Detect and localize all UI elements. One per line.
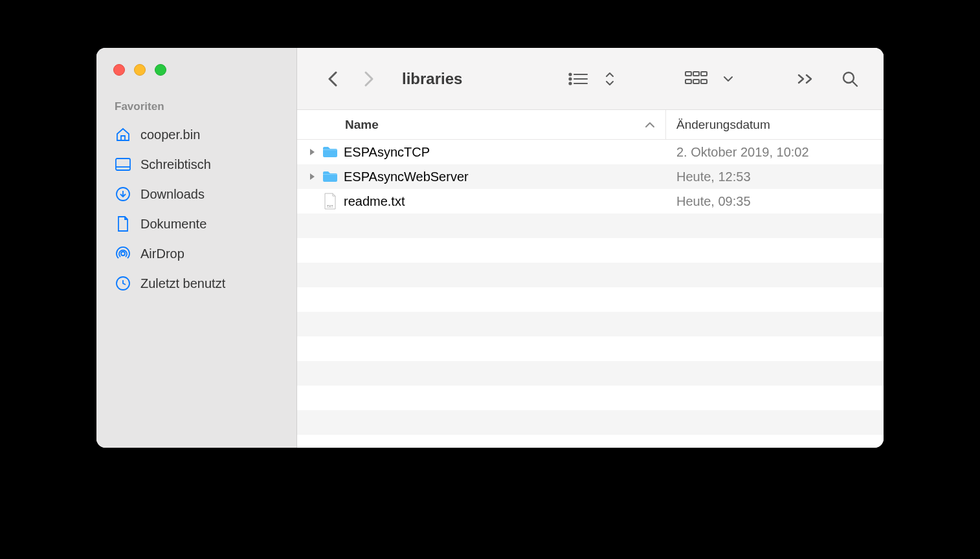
search-button[interactable] bbox=[836, 70, 864, 88]
toolbar: libraries bbox=[297, 48, 884, 110]
svg-rect-16 bbox=[701, 80, 707, 83]
svg-marker-19 bbox=[310, 149, 315, 155]
svg-rect-0 bbox=[116, 159, 130, 170]
sidebar-item-desktop[interactable]: Schreibtisch bbox=[96, 149, 296, 179]
download-icon bbox=[115, 186, 131, 203]
svg-rect-13 bbox=[701, 72, 707, 76]
svg-text:TXT: TXT bbox=[327, 204, 333, 208]
sidebar-item-recents[interactable]: Zuletzt benutzt bbox=[96, 269, 296, 298]
view-mode-button[interactable] bbox=[562, 71, 619, 87]
empty-row bbox=[297, 361, 884, 386]
svg-point-9 bbox=[570, 82, 572, 84]
finder-window: Favoriten cooper.bin Schreibtisch Downlo… bbox=[96, 48, 884, 448]
column-header-date[interactable]: Änderungsdatum bbox=[666, 110, 884, 139]
disclosure-triangle-icon[interactable] bbox=[307, 172, 317, 181]
sidebar-item-airdrop[interactable]: AirDrop bbox=[96, 239, 296, 269]
sidebar-item-home[interactable]: cooper.bin bbox=[96, 120, 296, 149]
sidebar-item-label: Dokumente bbox=[140, 217, 206, 232]
empty-row bbox=[297, 312, 884, 336]
file-date: 2. Oktober 2019, 10:02 bbox=[666, 145, 884, 160]
back-button[interactable] bbox=[323, 66, 342, 92]
sidebar-item-downloads[interactable]: Downloads bbox=[96, 179, 296, 209]
airdrop-icon bbox=[115, 245, 131, 262]
document-icon bbox=[115, 215, 131, 232]
fullscreen-window-button[interactable] bbox=[155, 64, 166, 76]
file-row[interactable]: ESPAsyncWebServer Heute, 12:53 bbox=[297, 164, 884, 189]
empty-row bbox=[297, 410, 884, 435]
sidebar-item-label: cooper.bin bbox=[140, 127, 200, 142]
file-name: ESPAsyncTCP bbox=[344, 145, 430, 160]
desktop-icon bbox=[115, 156, 131, 173]
file-name: ESPAsyncWebServer bbox=[344, 170, 469, 184]
svg-point-3 bbox=[121, 252, 125, 256]
window-controls bbox=[96, 64, 296, 76]
main-area: libraries bbox=[297, 48, 884, 448]
svg-rect-14 bbox=[685, 80, 691, 83]
empty-row bbox=[297, 214, 884, 238]
svg-point-7 bbox=[570, 78, 572, 80]
empty-row bbox=[297, 386, 884, 410]
forward-button[interactable] bbox=[359, 66, 379, 92]
column-name-label: Name bbox=[345, 118, 379, 132]
svg-point-5 bbox=[570, 73, 572, 75]
grid-group-icon bbox=[679, 71, 713, 87]
sidebar-item-documents[interactable]: Dokumente bbox=[96, 209, 296, 239]
sidebar-item-label: AirDrop bbox=[140, 247, 184, 261]
sidebar-item-label: Schreibtisch bbox=[140, 157, 211, 172]
svg-marker-20 bbox=[310, 173, 315, 180]
column-date-label: Änderungsdatum bbox=[676, 118, 770, 132]
more-toolbar-button[interactable] bbox=[792, 73, 819, 85]
clock-icon bbox=[115, 275, 131, 292]
file-date: Heute, 09:35 bbox=[666, 194, 884, 209]
list-view-icon bbox=[562, 71, 595, 87]
svg-line-18 bbox=[852, 82, 857, 86]
file-date: Heute, 12:53 bbox=[666, 170, 884, 184]
file-row[interactable]: ESPAsyncTCP 2. Oktober 2019, 10:02 bbox=[297, 140, 884, 164]
column-header-row: Name Änderungsdatum bbox=[297, 110, 884, 140]
sidebar-item-label: Zuletzt benutzt bbox=[140, 276, 225, 291]
empty-row bbox=[297, 263, 884, 287]
svg-rect-15 bbox=[693, 80, 699, 83]
txt-file-icon: TXT bbox=[322, 193, 339, 210]
minimize-window-button[interactable] bbox=[134, 64, 146, 76]
chevron-down-icon bbox=[718, 75, 739, 83]
sort-ascending-icon bbox=[645, 121, 655, 129]
file-row[interactable]: TXT readme.txt Heute, 09:35 bbox=[297, 189, 884, 214]
folder-icon bbox=[322, 168, 339, 185]
empty-row bbox=[297, 336, 884, 361]
group-by-button[interactable] bbox=[679, 71, 739, 87]
file-name: readme.txt bbox=[344, 194, 405, 209]
column-header-name[interactable]: Name bbox=[297, 110, 666, 139]
home-icon bbox=[115, 126, 131, 143]
svg-rect-12 bbox=[693, 72, 699, 76]
disclosure-triangle-icon[interactable] bbox=[307, 148, 317, 157]
file-list: ESPAsyncTCP 2. Oktober 2019, 10:02 ESPAs… bbox=[297, 140, 884, 448]
close-window-button[interactable] bbox=[113, 64, 125, 76]
sidebar: Favoriten cooper.bin Schreibtisch Downlo… bbox=[96, 48, 297, 448]
folder-icon bbox=[322, 144, 339, 160]
up-down-chevron-icon bbox=[600, 71, 619, 87]
svg-rect-11 bbox=[685, 72, 691, 76]
window-title: libraries bbox=[402, 70, 462, 88]
sidebar-section-label: Favoriten bbox=[96, 100, 296, 120]
empty-row bbox=[297, 238, 884, 263]
sidebar-item-label: Downloads bbox=[140, 187, 205, 202]
empty-row bbox=[297, 287, 884, 312]
